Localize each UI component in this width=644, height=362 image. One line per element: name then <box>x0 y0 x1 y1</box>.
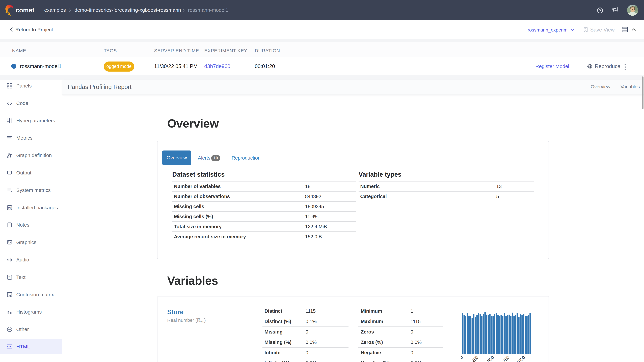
svg-text:1000: 1000 <box>516 355 526 362</box>
svg-text:Tt: Tt <box>8 276 11 279</box>
svg-text:0: 0 <box>461 355 464 360</box>
svg-text:750: 750 <box>502 355 510 362</box>
svg-text:Py: Py <box>8 206 11 209</box>
svg-text:500: 500 <box>486 355 495 362</box>
svg-text:250: 250 <box>471 355 480 362</box>
svg-text:HTML: HTML <box>7 346 12 348</box>
